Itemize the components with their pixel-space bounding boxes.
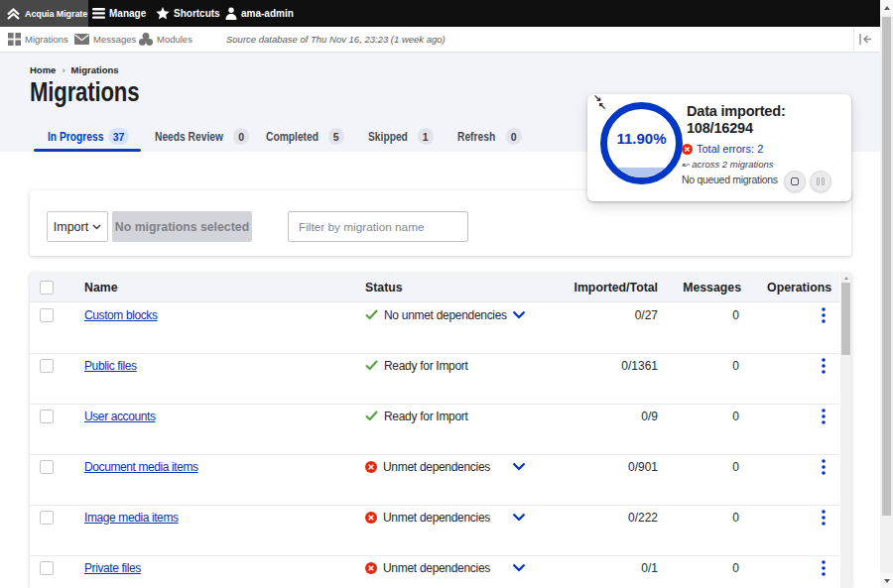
- status-cell: Unmet dependencies: [365, 509, 490, 526]
- row-checkbox[interactable]: [40, 308, 54, 322]
- toolbar-orientation-toggle[interactable]: [853, 28, 877, 51]
- user-label: ama-admin: [241, 8, 294, 19]
- imported-total-cell: 0/901: [628, 458, 658, 475]
- filter-input[interactable]: [288, 211, 468, 242]
- status-cell: Unmet dependencies: [365, 458, 490, 475]
- tab-label: Needs Review: [155, 130, 223, 144]
- row-checkbox[interactable]: [40, 561, 54, 575]
- double-chevron-up-icon: [6, 6, 21, 22]
- status-cell: Ready for Import: [365, 408, 468, 424]
- across-migrations-note: ↜ across 2 migrations: [682, 159, 848, 170]
- grid-icon: [8, 33, 21, 46]
- stop-icon: [791, 177, 799, 185]
- star-icon: [156, 7, 170, 20]
- tab-label: Skipped: [368, 130, 408, 144]
- no-migrations-selected-button[interactable]: No migrations selected: [112, 211, 252, 242]
- scrollbar-down-arrow[interactable]: [880, 573, 893, 588]
- tab-count-badge: 37: [108, 128, 130, 145]
- column-header-messages: Messages: [683, 273, 741, 302]
- expand-status-button[interactable]: [512, 513, 526, 522]
- column-header-operations: Operations: [767, 273, 831, 302]
- brand-label: Acquia Migrate: [25, 9, 87, 19]
- modules-icon: [139, 33, 153, 46]
- check-icon: [365, 309, 378, 320]
- toolbar-item-manage[interactable]: Manage: [92, 0, 146, 27]
- scrollbar-up-arrow[interactable]: [880, 0, 893, 15]
- pause-button[interactable]: [810, 171, 831, 192]
- source-database-note: Source database of Thu Nov 16, 23:23 (1 …: [226, 27, 446, 52]
- operations-button[interactable]: [817, 457, 830, 477]
- toolbar-item-migrations[interactable]: Migrations: [8, 27, 68, 52]
- check-icon: [365, 411, 378, 421]
- hamburger-icon: [92, 8, 105, 19]
- messages-cell: 0: [732, 357, 739, 374]
- migrations-label: Migrations: [25, 34, 68, 45]
- tab-refresh[interactable]: Refresh0: [444, 128, 522, 152]
- page-scrollbar-thumb[interactable]: [882, 17, 891, 516]
- messages-cell: 0: [732, 408, 739, 424]
- operations-button[interactable]: [817, 407, 830, 426]
- import-button[interactable]: Import: [47, 211, 108, 242]
- secondary-toolbar: Migrations Messages Modules Source datab…: [0, 27, 880, 53]
- tab-completed[interactable]: Completed5: [252, 128, 344, 152]
- table-row: User accountsReady for Import0/90: [30, 405, 839, 455]
- select-all-checkbox[interactable]: [40, 281, 54, 294]
- operations-button[interactable]: [817, 508, 830, 528]
- tab-in-progress[interactable]: In Progress37: [34, 128, 129, 152]
- table-header-row: Name Status Imported/Total Messages Oper…: [30, 273, 839, 302]
- imported-total-cell: 0/222: [628, 509, 658, 526]
- status-label: No unmet dependencies: [384, 308, 507, 322]
- operations-menu-icon: [822, 459, 826, 475]
- toolbar-item-shortcuts[interactable]: Shortcuts: [156, 0, 220, 27]
- table-row: Document media itemsUnmet dependencies0/…: [30, 455, 839, 506]
- imported-total-cell: 0/1361: [621, 357, 658, 374]
- table-scrollbar[interactable]: [840, 273, 851, 588]
- table-scrollbar-thumb[interactable]: [841, 283, 850, 355]
- status-cell: Unmet dependencies: [365, 559, 490, 576]
- table-row: Custom blocksNo unmet dependencies0/270: [30, 303, 839, 354]
- data-imported-value: 108/16294: [687, 120, 848, 137]
- migration-name-link[interactable]: User accounts: [84, 408, 156, 424]
- migration-name-link[interactable]: Custom blocks: [84, 306, 158, 323]
- expand-status-button[interactable]: [512, 462, 526, 471]
- toolbar-item-modules[interactable]: Modules: [139, 27, 192, 52]
- migration-name-link[interactable]: Document media items: [84, 458, 198, 475]
- operations-button[interactable]: [817, 305, 830, 325]
- page-scrollbar[interactable]: [880, 0, 893, 588]
- tab-skipped[interactable]: Skipped1: [354, 128, 434, 152]
- error-icon: [365, 461, 377, 473]
- row-checkbox[interactable]: [40, 511, 54, 525]
- check-icon: [365, 360, 378, 371]
- operations-menu-icon: [822, 409, 826, 424]
- migration-name-link[interactable]: Public files: [84, 357, 137, 374]
- brand-acquia-migrate[interactable]: Acquia Migrate: [0, 0, 88, 27]
- row-checkbox[interactable]: [40, 359, 54, 373]
- pause-icon: [817, 177, 825, 185]
- expand-status-button[interactable]: [512, 310, 526, 319]
- migration-name-link[interactable]: Image media items: [84, 509, 179, 526]
- toolbar-item-user[interactable]: ama-admin: [225, 0, 294, 27]
- import-progress-card: ↘↖ 11.90% Data imported: 108/16294 Total…: [587, 94, 851, 201]
- chevron-down-icon: [92, 224, 101, 230]
- expand-chevron-icon: [512, 310, 526, 319]
- total-errors-link[interactable]: Total errors: 2: [697, 143, 763, 155]
- imported-total-cell: 0/27: [635, 306, 658, 323]
- row-checkbox[interactable]: [40, 460, 54, 474]
- expand-status-button[interactable]: [512, 563, 526, 572]
- operations-button[interactable]: [817, 356, 830, 376]
- row-checkbox[interactable]: [40, 410, 54, 423]
- total-errors-row: Total errors: 2: [682, 143, 848, 155]
- tab-count-badge: 0: [506, 128, 522, 145]
- table-row: Public filesReady for Import0/13610: [30, 354, 839, 405]
- toolbar-item-messages[interactable]: Messages: [74, 27, 136, 52]
- migration-name-link[interactable]: Private files: [84, 559, 141, 576]
- tab-needs-review[interactable]: Needs Review0: [141, 128, 249, 152]
- operations-button[interactable]: [817, 558, 830, 578]
- admin-toolbar: Acquia Migrate Manage Shortcuts ama-admi…: [0, 0, 880, 27]
- stop-button[interactable]: [784, 171, 806, 192]
- operations-menu-icon: [822, 307, 826, 323]
- messages-cell: 0: [732, 306, 739, 323]
- migrations-table: Name Status Imported/Total Messages Oper…: [30, 273, 851, 588]
- error-icon: [682, 144, 693, 155]
- column-header-status: Status: [365, 273, 403, 302]
